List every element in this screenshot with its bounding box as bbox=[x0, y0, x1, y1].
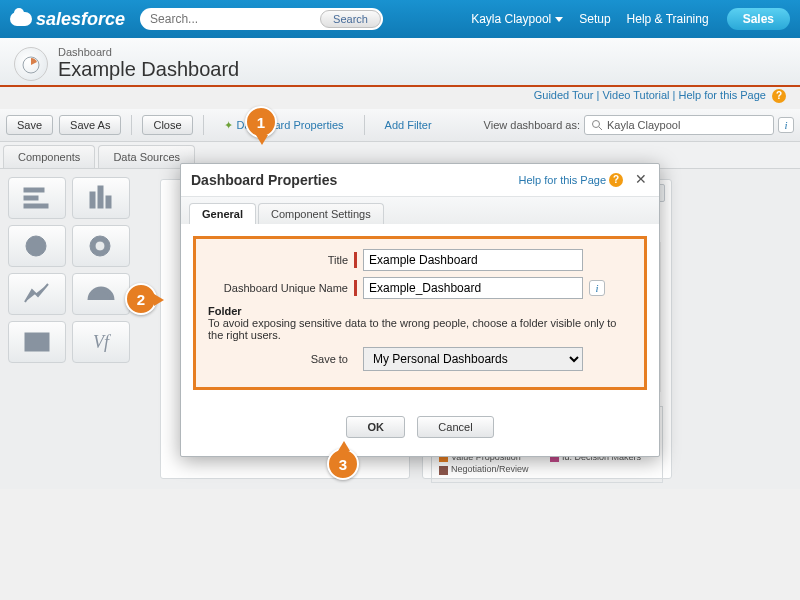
cancel-button[interactable]: Cancel bbox=[417, 416, 493, 438]
required-indicator bbox=[354, 280, 357, 296]
dashboard-properties-dialog: Dashboard Properties Help for this Page … bbox=[180, 163, 660, 457]
close-icon[interactable]: ✕ bbox=[633, 172, 649, 188]
unique-name-label: Dashboard Unique Name bbox=[208, 282, 348, 294]
tab-component-settings[interactable]: Component Settings bbox=[258, 203, 384, 224]
title-input[interactable] bbox=[363, 249, 583, 271]
folder-description: To avoid exposing sensitive data to the … bbox=[208, 317, 632, 341]
callout-2: 2 bbox=[125, 283, 157, 315]
save-to-label: Save to bbox=[208, 353, 348, 365]
folder-label: Folder bbox=[208, 305, 632, 317]
title-label: Title bbox=[208, 254, 348, 266]
required-indicator bbox=[354, 252, 357, 268]
ok-button[interactable]: OK bbox=[346, 416, 405, 438]
callout-1: 1 bbox=[245, 106, 277, 138]
callout-3: 3 bbox=[327, 448, 359, 480]
properties-form: Title Dashboard Unique Name i Folder To … bbox=[193, 236, 647, 390]
info-icon[interactable]: i bbox=[589, 280, 605, 296]
save-to-select[interactable]: My Personal Dashboards bbox=[363, 347, 583, 371]
dialog-title: Dashboard Properties bbox=[191, 172, 519, 188]
tab-general[interactable]: General bbox=[189, 203, 256, 224]
dialog-help-link[interactable]: Help for this Page bbox=[519, 174, 606, 186]
unique-name-input[interactable] bbox=[363, 277, 583, 299]
help-icon[interactable]: ? bbox=[609, 173, 623, 187]
